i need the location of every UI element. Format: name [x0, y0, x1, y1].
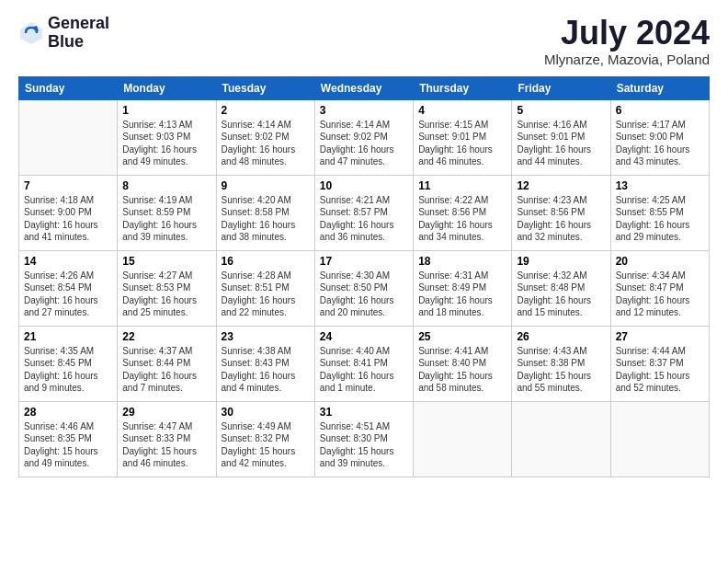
day-info: Sunrise: 4:22 AMSunset: 8:56 PMDaylight:… [418, 194, 506, 244]
col-friday: Friday [512, 76, 610, 99]
table-row: 24Sunrise: 4:40 AMSunset: 8:41 PMDayligh… [314, 326, 413, 401]
day-info: Sunrise: 4:13 AMSunset: 9:03 PMDaylight:… [122, 119, 210, 168]
table-row: 13Sunrise: 4:25 AMSunset: 8:55 PMDayligh… [610, 175, 709, 250]
day-number: 1 [122, 104, 210, 117]
day-info: Sunrise: 4:14 AMSunset: 9:02 PMDaylight:… [320, 119, 408, 168]
table-row: 19Sunrise: 4:32 AMSunset: 8:48 PMDayligh… [512, 250, 610, 326]
day-info: Sunrise: 4:35 AMSunset: 8:45 PMDaylight:… [24, 345, 112, 395]
day-info: Sunrise: 4:43 AMSunset: 8:38 PMDaylight:… [517, 345, 605, 395]
day-number: 21 [24, 330, 112, 343]
day-number: 5 [517, 104, 605, 117]
day-info: Sunrise: 4:31 AMSunset: 8:49 PMDaylight:… [418, 270, 506, 319]
table-row: 10Sunrise: 4:21 AMSunset: 8:57 PMDayligh… [314, 175, 413, 250]
title-block: July 2024 Mlynarze, Mazovia, Poland [544, 15, 710, 67]
day-info: Sunrise: 4:38 AMSunset: 8:43 PMDaylight:… [222, 345, 310, 395]
day-info: Sunrise: 4:40 AMSunset: 8:41 PMDaylight:… [320, 345, 408, 395]
table-row: 8Sunrise: 4:19 AMSunset: 8:59 PMDaylight… [118, 175, 216, 250]
day-info: Sunrise: 4:47 AMSunset: 8:33 PMDaylight:… [122, 420, 210, 470]
day-info: Sunrise: 4:32 AMSunset: 8:48 PMDaylight:… [517, 270, 605, 319]
logo-icon [18, 20, 44, 46]
day-number: 26 [517, 330, 605, 343]
table-row [610, 401, 709, 477]
table-row: 4Sunrise: 4:15 AMSunset: 9:01 PMDaylight… [414, 99, 512, 175]
day-number: 30 [222, 406, 310, 419]
col-wednesday: Wednesday [314, 76, 413, 99]
table-row: 17Sunrise: 4:30 AMSunset: 8:50 PMDayligh… [314, 250, 413, 326]
day-number: 20 [616, 255, 704, 268]
table-row: 30Sunrise: 4:49 AMSunset: 8:32 PMDayligh… [216, 401, 314, 477]
day-info: Sunrise: 4:16 AMSunset: 9:01 PMDaylight:… [517, 119, 605, 168]
table-row [414, 401, 512, 477]
table-row: 18Sunrise: 4:31 AMSunset: 8:49 PMDayligh… [414, 250, 512, 326]
day-number: 23 [222, 330, 310, 343]
table-row: 27Sunrise: 4:44 AMSunset: 8:37 PMDayligh… [610, 326, 709, 401]
table-row [19, 99, 118, 175]
day-number: 9 [222, 179, 310, 192]
table-row: 26Sunrise: 4:43 AMSunset: 8:38 PMDayligh… [512, 326, 610, 401]
page: General Blue July 2024 Mlynarze, Mazovia… [0, 0, 728, 487]
day-info: Sunrise: 4:21 AMSunset: 8:57 PMDaylight:… [320, 194, 408, 244]
table-row: 20Sunrise: 4:34 AMSunset: 8:47 PMDayligh… [610, 250, 709, 326]
day-info: Sunrise: 4:19 AMSunset: 8:59 PMDaylight:… [122, 194, 210, 244]
col-saturday: Saturday [610, 76, 709, 99]
day-info: Sunrise: 4:25 AMSunset: 8:55 PMDaylight:… [616, 194, 704, 244]
day-info: Sunrise: 4:26 AMSunset: 8:54 PMDaylight:… [24, 270, 112, 319]
day-number: 12 [517, 179, 605, 192]
day-info: Sunrise: 4:37 AMSunset: 8:44 PMDaylight:… [122, 345, 210, 395]
table-row: 25Sunrise: 4:41 AMSunset: 8:40 PMDayligh… [414, 326, 512, 401]
day-number: 10 [320, 179, 408, 192]
day-number: 25 [418, 330, 506, 343]
col-monday: Monday [118, 76, 216, 99]
day-number: 7 [24, 179, 112, 192]
day-number: 18 [418, 255, 506, 268]
table-row: 2Sunrise: 4:14 AMSunset: 9:02 PMDaylight… [216, 99, 314, 175]
day-number: 29 [122, 406, 210, 419]
table-row: 1Sunrise: 4:13 AMSunset: 9:03 PMDaylight… [118, 99, 216, 175]
logo: General Blue [18, 15, 109, 52]
day-info: Sunrise: 4:14 AMSunset: 9:02 PMDaylight:… [222, 119, 310, 168]
table-row: 31Sunrise: 4:51 AMSunset: 8:30 PMDayligh… [314, 401, 413, 477]
day-number: 28 [24, 406, 112, 419]
day-number: 31 [320, 406, 408, 419]
day-number: 4 [418, 104, 506, 117]
day-info: Sunrise: 4:30 AMSunset: 8:50 PMDaylight:… [320, 270, 408, 319]
col-sunday: Sunday [19, 76, 118, 99]
day-info: Sunrise: 4:20 AMSunset: 8:58 PMDaylight:… [222, 194, 310, 244]
day-info: Sunrise: 4:28 AMSunset: 8:51 PMDaylight:… [222, 270, 310, 319]
day-number: 24 [320, 330, 408, 343]
day-number: 19 [517, 255, 605, 268]
calendar: Sunday Monday Tuesday Wednesday Thursday… [18, 76, 710, 477]
header: General Blue July 2024 Mlynarze, Mazovia… [18, 15, 710, 67]
day-info: Sunrise: 4:17 AMSunset: 9:00 PMDaylight:… [616, 119, 704, 168]
day-info: Sunrise: 4:23 AMSunset: 8:56 PMDaylight:… [517, 194, 605, 244]
calendar-week-1: 1Sunrise: 4:13 AMSunset: 9:03 PMDaylight… [19, 99, 710, 175]
day-info: Sunrise: 4:41 AMSunset: 8:40 PMDaylight:… [418, 345, 506, 395]
day-number: 14 [24, 255, 112, 268]
table-row: 28Sunrise: 4:46 AMSunset: 8:35 PMDayligh… [19, 401, 118, 477]
day-info: Sunrise: 4:34 AMSunset: 8:47 PMDaylight:… [616, 270, 704, 319]
day-number: 22 [122, 330, 210, 343]
table-row: 15Sunrise: 4:27 AMSunset: 8:53 PMDayligh… [118, 250, 216, 326]
day-number: 17 [320, 255, 408, 268]
day-number: 2 [222, 104, 310, 117]
day-info: Sunrise: 4:49 AMSunset: 8:32 PMDaylight:… [222, 420, 310, 470]
table-row [512, 401, 610, 477]
day-info: Sunrise: 4:44 AMSunset: 8:37 PMDaylight:… [616, 345, 704, 395]
main-title: July 2024 [544, 15, 710, 52]
day-number: 27 [616, 330, 704, 343]
calendar-week-4: 21Sunrise: 4:35 AMSunset: 8:45 PMDayligh… [19, 326, 710, 401]
table-row: 22Sunrise: 4:37 AMSunset: 8:44 PMDayligh… [118, 326, 216, 401]
calendar-week-2: 7Sunrise: 4:18 AMSunset: 9:00 PMDaylight… [19, 175, 710, 250]
col-tuesday: Tuesday [216, 76, 314, 99]
day-number: 3 [320, 104, 408, 117]
table-row: 21Sunrise: 4:35 AMSunset: 8:45 PMDayligh… [19, 326, 118, 401]
day-number: 15 [122, 255, 210, 268]
table-row: 6Sunrise: 4:17 AMSunset: 9:00 PMDaylight… [610, 99, 709, 175]
calendar-week-3: 14Sunrise: 4:26 AMSunset: 8:54 PMDayligh… [19, 250, 710, 326]
day-info: Sunrise: 4:27 AMSunset: 8:53 PMDaylight:… [122, 270, 210, 319]
day-info: Sunrise: 4:15 AMSunset: 9:01 PMDaylight:… [418, 119, 506, 168]
table-row: 14Sunrise: 4:26 AMSunset: 8:54 PMDayligh… [19, 250, 118, 326]
table-row: 12Sunrise: 4:23 AMSunset: 8:56 PMDayligh… [512, 175, 610, 250]
day-info: Sunrise: 4:46 AMSunset: 8:35 PMDaylight:… [24, 420, 112, 470]
table-row: 5Sunrise: 4:16 AMSunset: 9:01 PMDaylight… [512, 99, 610, 175]
